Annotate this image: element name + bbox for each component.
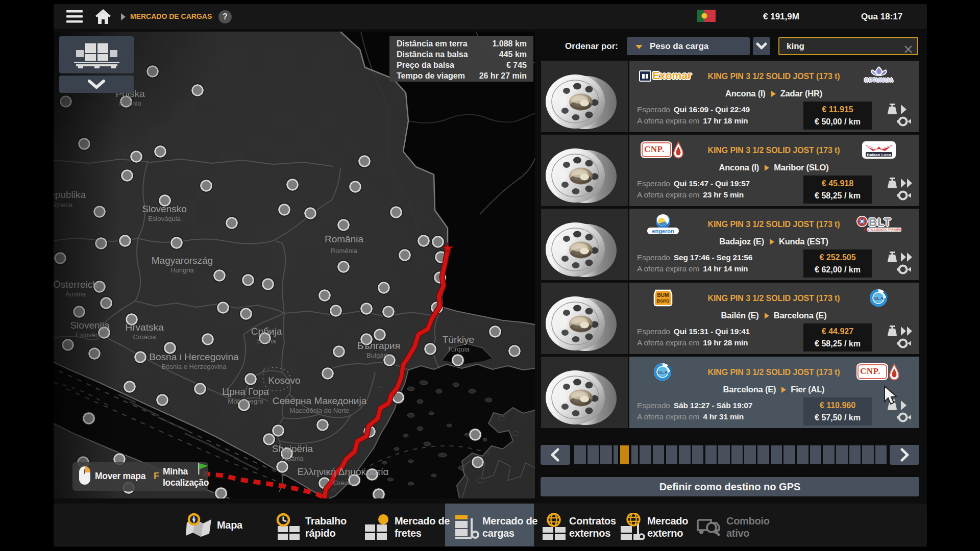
svg-text:Sérvia: Sérvia: [257, 337, 277, 345]
svg-text:Magyarország: Magyarország: [152, 255, 213, 266]
svg-text:Северна Македонија: Северна Македонија: [273, 395, 367, 406]
svg-text:Montenegro: Montenegro: [228, 397, 263, 405]
svg-text:Kosovo: Kosovo: [268, 375, 300, 386]
svg-text:Distância em terra: Distância em terra: [397, 39, 468, 48]
svg-text:1.088 km: 1.088 km: [492, 39, 527, 48]
svg-text:BALTIC LOGISTIC TRANSPORT: BALTIC LOGISTIC TRANSPORT: [864, 228, 902, 231]
svg-text:Shqipëria: Shqipëria: [272, 443, 313, 454]
svg-text:Slovensko: Slovensko: [142, 204, 187, 214]
svg-text:€ 745: € 745: [506, 61, 527, 69]
svg-text:BLT: BLT: [869, 216, 891, 229]
svg-text:Distância na balsa: Distância na balsa: [397, 50, 468, 59]
svg-text:Preço da balsa: Preço da balsa: [397, 61, 454, 69]
svg-text:Eslováquia: Eslováquia: [148, 215, 181, 222]
svg-text:Macedônia do Norte: Macedônia do Norte: [289, 407, 349, 414]
svg-text:România: România: [325, 234, 363, 244]
svg-text:Mover mapa: Mover mapa: [95, 471, 146, 481]
svg-text:България: България: [357, 340, 400, 351]
svg-text:445 km: 445 km: [499, 50, 527, 59]
svg-text:Bósnia e Herzegovina: Bósnia e Herzegovina: [161, 363, 227, 370]
svg-text:BETUNIJA: BETUNIJA: [865, 77, 894, 83]
svg-text:Ελληνική Δημοκρατία: Ελληνική Δημοκρατία: [297, 466, 388, 477]
svg-text:Bosna i Hercegovina: Bosna i Hercegovina: [149, 352, 239, 362]
svg-text:Minha: Minha: [163, 466, 188, 477]
svg-text:GLA: GLA: [873, 295, 884, 301]
svg-text:Grécia: Grécia: [333, 479, 353, 487]
svg-text:Hungria: Hungria: [170, 266, 194, 274]
svg-text:Croácia: Croácia: [133, 333, 157, 341]
svg-text:Црна Гора: Црна Гора: [222, 386, 269, 397]
svg-text:Србија: Србија: [251, 326, 282, 337]
svg-text:Albânia: Albânia: [281, 455, 304, 462]
svg-text:F: F: [154, 471, 159, 481]
svg-text:Hrvatska: Hrvatska: [126, 322, 164, 333]
svg-text:Bulgária: Bulgária: [366, 352, 391, 359]
svg-text:Balkan Loco: Balkan Loco: [867, 153, 891, 157]
svg-text:Turquia: Turquia: [447, 345, 470, 353]
svg-text:Romênia: Romênia: [331, 247, 358, 255]
svg-text:26 hr 27 min: 26 hr 27 min: [479, 71, 527, 80]
svg-text:Tempo de viagem: Tempo de viagem: [397, 71, 465, 80]
svg-text:localização: localização: [163, 478, 209, 488]
svg-text:Türkiye: Türkiye: [443, 334, 474, 345]
